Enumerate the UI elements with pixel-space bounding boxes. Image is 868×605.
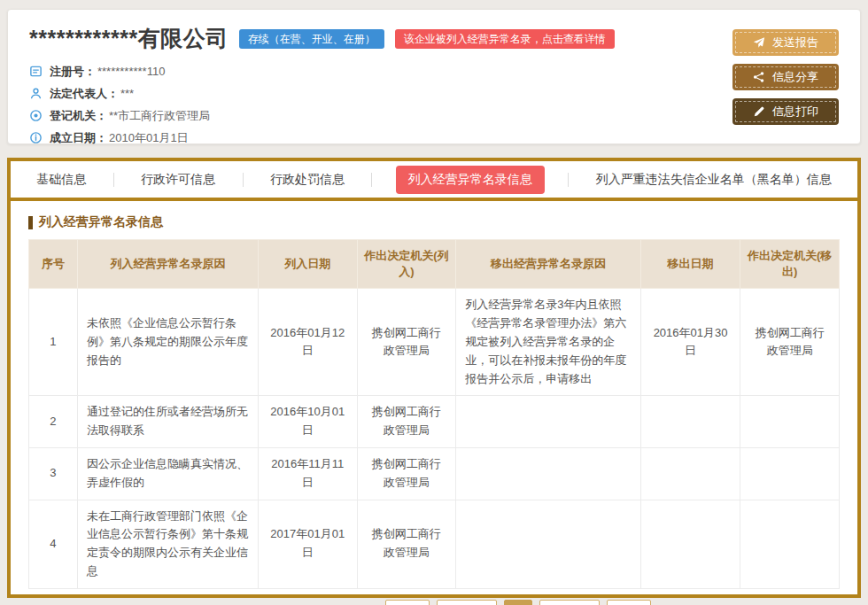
column-header: 序号	[29, 240, 78, 289]
table-cell: 通过登记的住所或者经营场所无法取得联系	[77, 396, 258, 448]
table-row: 1未依照《企业信息公示暂行条例》第八条规定的期限公示年度报告的2016年01月1…	[29, 289, 840, 396]
pagination-buttons: 首页◂上一页1下一页▸末页	[385, 600, 652, 605]
table-cell: 因公示企业信息隐瞒真实情况、弄虚作假的	[77, 447, 258, 500]
share-nodes-icon	[753, 71, 765, 83]
table-cell: 2016年01月12日	[258, 289, 357, 396]
table-cell: 列入经营异常名录3年内且依照《经营异常名录管理办法》第六规定被列入经营异常名录的…	[456, 289, 641, 396]
tab-divider	[243, 173, 244, 187]
info-value: ***	[120, 87, 134, 100]
info-label: 法定代表人：	[50, 86, 119, 102]
table-cell: 携创网工商行政管理局	[357, 396, 456, 448]
company-header-card: ************有限公司 存续（在营、开业、在册） 该企业被列入经营异常…	[7, 9, 861, 144]
table-cell: 携创网工商行政管理局	[357, 447, 456, 500]
table-cell: 2	[29, 396, 78, 448]
header-action-buttons: 发送报告信息分享信息打印	[732, 29, 839, 125]
action-label: 信息分享	[772, 69, 818, 85]
table-cell	[740, 447, 840, 500]
tab-divider	[113, 173, 114, 187]
location-icon	[29, 109, 43, 122]
company-info-row: 成立日期：2010年01月1日	[29, 127, 839, 149]
table-cell	[640, 500, 740, 588]
table-cell	[740, 396, 840, 448]
first-page-button[interactable]: 首页	[385, 600, 430, 605]
table-cell	[456, 396, 641, 448]
status-badge: 存续（在营、开业、在册）	[239, 29, 384, 49]
table-body: 1未依照《企业信息公示暂行条例》第八条规定的期限公示年度报告的2016年01月1…	[29, 289, 840, 588]
prev-page-button[interactable]: ◂上一页	[437, 600, 497, 605]
table-cell: 3	[29, 447, 78, 500]
table-cell: 1	[29, 289, 78, 396]
section-title: 列入经营异常名录信息	[28, 214, 840, 230]
paper-plane-icon	[753, 36, 765, 49]
company-info-row: 注册号：***********110	[29, 60, 839, 82]
company-name-row: ************有限公司 存续（在营、开业、在册） 该企业被列入经营异常…	[29, 24, 839, 53]
table-cell	[640, 396, 740, 448]
tab-abnormal-list[interactable]: 列入经营异常名录信息	[396, 166, 545, 194]
table-row: 2通过登记的住所或者经营场所无法取得联系2016年10月01日携创网工商行政管理…	[29, 396, 840, 448]
abnormal-alert-badge[interactable]: 该企业被列入经营异常名录，点击查看详情	[395, 29, 615, 49]
table-header-row: 序号列入经营异常名录原因列入日期作出决定机关(列入)移出经营异常名录原因移出日期…	[29, 240, 840, 289]
table-cell: 4	[29, 500, 78, 588]
table-cell: 2016年01月30日	[640, 289, 740, 396]
column-header: 作出决定机关(移出)	[740, 240, 840, 289]
table-cell	[640, 447, 740, 500]
section-title-text: 列入经营异常名录信息	[39, 214, 163, 230]
tab-basic-info[interactable]: 基础信息	[33, 167, 89, 193]
tab-divider	[371, 173, 372, 187]
info-label: 注册号：	[50, 64, 96, 80]
table-cell: 携创网工商行政管理局	[357, 500, 456, 588]
action-label: 发送报告	[772, 35, 818, 50]
print-info-button[interactable]: 信息打印	[732, 98, 839, 125]
info-icon	[29, 131, 43, 144]
action-label: 信息打印	[772, 104, 818, 120]
abnormal-records-table: 序号列入经营异常名录原因列入日期作出决定机关(列入)移出经营异常名录原因移出日期…	[28, 239, 840, 589]
table-cell	[740, 500, 840, 588]
share-info-button[interactable]: 信息分享	[732, 64, 839, 90]
column-header: 移出经营异常名录原因	[456, 240, 641, 289]
table-cell: 2016年11月11日	[258, 447, 357, 500]
table-cell: 未在工商行政管理部门依照《企业信息公示暂行条例》第十条规定责令的期限内公示有关企…	[77, 500, 258, 588]
tab-blacklist[interactable]: 列入严重违法失信企业名单（黑名单）信息	[593, 167, 835, 193]
table-cell	[456, 447, 641, 500]
pagination-bar: 共 查询到 4 条记录 共 1 页 首页◂上一页1下一页▸末页	[28, 589, 840, 605]
info-label: 成立日期：	[50, 130, 107, 146]
company-info-row: 登记机关：**市工商行政管理局	[29, 105, 839, 127]
table-cell: 携创网工商行政管理局	[357, 289, 456, 396]
page-number-button[interactable]: 1	[504, 600, 533, 605]
table-cell: 2017年01月01日	[258, 500, 357, 588]
table-row: 4未在工商行政管理部门依照《企业信息公示暂行条例》第十条规定责令的期限内公示有关…	[29, 500, 840, 588]
table-cell: 未依照《企业信息公示暂行条例》第八条规定的期限公示年度报告的	[77, 289, 258, 396]
table-cell: 2016年10月01日	[258, 396, 357, 448]
info-value: **市工商行政管理局	[109, 108, 210, 124]
section-title-marker	[28, 216, 33, 229]
company-info-row: 法定代表人：***	[29, 82, 839, 105]
last-page-button[interactable]: 末页	[607, 600, 651, 605]
send-report-button[interactable]: 发送报告	[732, 29, 839, 56]
table-cell: 携创网工商行政管理局	[740, 289, 840, 396]
tab-admin-license[interactable]: 行政许可信息	[137, 167, 219, 193]
company-name: ************有限公司	[29, 24, 229, 53]
column-header: 作出决定机关(列入)	[357, 240, 456, 289]
person-icon	[29, 87, 43, 100]
abnormal-list-content: 列入经营异常名录信息 序号列入经营异常名录原因列入日期作出决定机关(列入)移出经…	[11, 201, 857, 605]
table-row: 3因公示企业信息隐瞒真实情况、弄虚作假的2016年11月11日携创网工商行政管理…	[29, 447, 840, 500]
tab-admin-penalty[interactable]: 行政处罚信息	[267, 167, 348, 193]
info-value: ***********110	[97, 65, 165, 78]
column-header: 移出日期	[640, 240, 740, 289]
info-value: 2010年01月1日	[109, 130, 189, 146]
next-page-button[interactable]: 下一页▸	[539, 600, 600, 605]
table-cell	[456, 500, 641, 588]
column-header: 列入经营异常名录原因	[77, 240, 258, 289]
column-header: 列入日期	[258, 240, 357, 289]
company-info-list: 注册号：***********110法定代表人：***登记机关：**市工商行政管…	[29, 60, 839, 149]
main-panel: 基础信息行政许可信息行政处罚信息列入经营异常名录信息列入严重违法失信企业名单（黑…	[7, 158, 861, 598]
tab-divider	[568, 173, 569, 187]
tab-bar: 基础信息行政许可信息行政处罚信息列入经营异常名录信息列入严重违法失信企业名单（黑…	[11, 161, 857, 201]
certificate-icon	[29, 65, 43, 78]
pencil-icon	[753, 105, 765, 118]
info-label: 登记机关：	[50, 108, 107, 124]
